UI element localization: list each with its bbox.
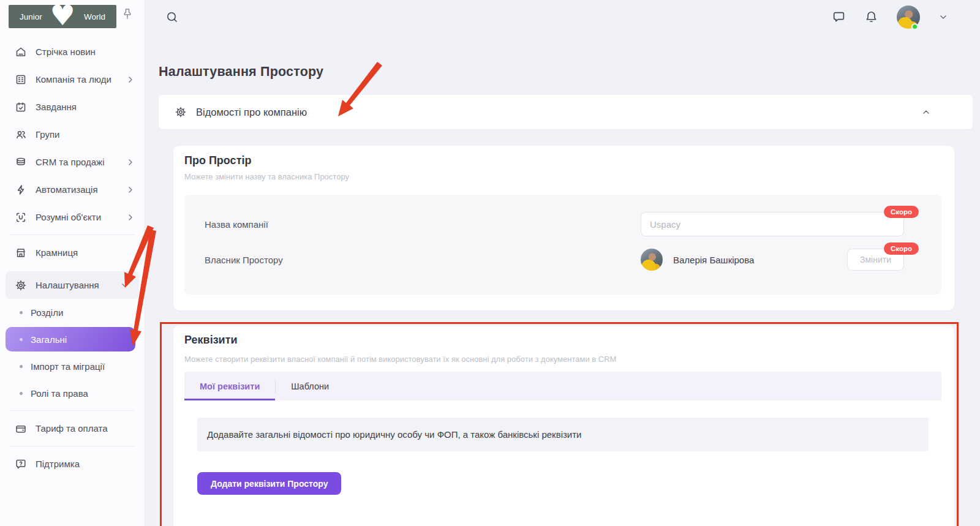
soon-badge: Скоро bbox=[884, 206, 919, 218]
topbar-actions bbox=[832, 6, 948, 29]
card-title: Реквізити bbox=[184, 334, 238, 347]
sidebar-divider bbox=[10, 235, 135, 235]
about-space-card: Про Простір Можете змінити назву та влас… bbox=[173, 146, 954, 310]
crm-icon bbox=[15, 156, 27, 168]
sidebar-menu: Стрічка новин Компанія та люди Завдання … bbox=[0, 31, 145, 478]
topbar bbox=[145, 0, 980, 34]
sidebar-item-tasks[interactable]: Завдання bbox=[0, 93, 145, 121]
sidebar-item-label: Крамниця bbox=[36, 247, 78, 258]
chevron-right-icon bbox=[126, 213, 135, 222]
company-name-input[interactable] bbox=[641, 212, 904, 236]
requisites-info-text: Додавайте загальні відомості про юридичн… bbox=[207, 429, 581, 440]
soon-badge: Скоро bbox=[884, 242, 919, 255]
owner-name: Валерія Башкірова bbox=[673, 255, 754, 265]
sidebar-item-settings[interactable]: Налаштування bbox=[6, 271, 139, 299]
profile-chevron-down-icon[interactable] bbox=[938, 12, 948, 22]
collapse-chevron-up-icon[interactable] bbox=[921, 107, 931, 117]
app-window: Junior ♥ World Стрічка новин Компанія та… bbox=[0, 0, 980, 526]
bullet-icon bbox=[20, 392, 23, 395]
sidebar-item-label: Групи bbox=[36, 129, 59, 140]
support-question-icon bbox=[15, 458, 27, 470]
sidebar-item-label: Розумні об'єкти bbox=[36, 212, 101, 222]
chevron-right-icon bbox=[126, 158, 135, 167]
sidebar-item-support[interactable]: Підтримка bbox=[0, 450, 145, 478]
company-name-control: Скоро bbox=[641, 212, 922, 236]
sidebar-item-label: Налаштування bbox=[36, 280, 99, 290]
logo-text-right: World bbox=[84, 12, 105, 21]
sidebar-header: Junior ♥ World bbox=[0, 0, 145, 31]
user-avatar[interactable] bbox=[897, 6, 920, 29]
sidebar-subitem-roles-rights[interactable]: Ролі та права bbox=[0, 380, 145, 407]
automation-lightning-icon bbox=[15, 184, 27, 196]
sidebar-item-tariff-payment[interactable]: Тариф та оплата bbox=[0, 415, 145, 442]
smart-objects-icon bbox=[15, 211, 27, 224]
tab-templates[interactable]: Шаблони bbox=[276, 372, 344, 400]
bullet-icon bbox=[20, 311, 23, 314]
logo-text-left: Junior bbox=[20, 12, 42, 21]
sidebar-item-automation[interactable]: Автоматизація bbox=[0, 176, 145, 203]
company-icon bbox=[15, 73, 27, 86]
requisites-card: Реквізити Можете створити реквізити влас… bbox=[173, 325, 954, 526]
space-owner-row: Власник Простору Валерія Башкірова Зміни… bbox=[205, 246, 922, 273]
notifications-bell-icon[interactable] bbox=[864, 10, 878, 24]
sidebar-item-label: Тариф та оплата bbox=[36, 423, 108, 434]
sidebar-item-label: Підтримка bbox=[36, 459, 80, 469]
sidebar-subitem-label: Ролі та права bbox=[31, 388, 88, 399]
sidebar-item-label: Автоматизація bbox=[36, 184, 98, 195]
main-content: Налаштування Простору Відомості про комп… bbox=[145, 34, 980, 526]
chevron-right-icon bbox=[126, 186, 135, 194]
sidebar-item-groups[interactable]: Групи bbox=[0, 121, 145, 148]
heart-logo-icon: ♥ bbox=[50, 1, 75, 29]
requisites-info-banner: Додавайте загальні відомості про юридичн… bbox=[197, 418, 929, 451]
sidebar-subitem-label: Розділи bbox=[31, 307, 63, 318]
sidebar-subitem-general[interactable]: Загальні bbox=[6, 327, 135, 351]
bullet-icon bbox=[20, 365, 23, 368]
space-owner-control: Валерія Башкірова Змінити Скоро bbox=[641, 249, 922, 271]
sidebar-divider bbox=[10, 410, 135, 411]
sidebar-subitem-import-migrations[interactable]: Імпорт та міграції bbox=[0, 353, 145, 380]
owner-avatar bbox=[641, 249, 663, 271]
sidebar-item-company-people[interactable]: Компанія та люди bbox=[0, 66, 145, 93]
card-subtitle: Можете створити реквізити власної компан… bbox=[184, 355, 616, 364]
section-company-info-header[interactable]: Відомості про компанію bbox=[159, 95, 973, 129]
company-name-row: Назва компанії Скоро bbox=[205, 211, 922, 238]
sidebar-item-label: Стрічка новин bbox=[36, 47, 96, 57]
sidebar-item-smart-objects[interactable]: Розумні об'єкти bbox=[0, 203, 145, 231]
store-icon bbox=[15, 247, 27, 259]
pin-sidebar-icon[interactable] bbox=[121, 8, 134, 21]
requisites-tabbar: Мої реквізити Шаблони bbox=[184, 372, 941, 400]
page-title: Налаштування Простору bbox=[159, 64, 323, 80]
about-fields-panel: Назва компанії Скоро Власник Простору Ва… bbox=[184, 195, 941, 295]
sidebar-subitem-label: Загальні bbox=[31, 334, 67, 345]
sidebar-item-label: Завдання bbox=[36, 102, 77, 112]
workspace-logo[interactable]: Junior ♥ World bbox=[9, 5, 116, 28]
add-requisites-button[interactable]: Додати реквізити Простору bbox=[197, 472, 341, 495]
sidebar-item-news-feed[interactable]: Стрічка новин bbox=[0, 38, 145, 66]
sidebar-item-crm[interactable]: CRM та продажі bbox=[0, 148, 145, 176]
chevron-right-icon bbox=[126, 75, 135, 84]
home-icon bbox=[15, 46, 27, 58]
chat-icon[interactable] bbox=[832, 10, 846, 24]
card-subtitle: Можете змінити назву та власника Простор… bbox=[184, 172, 349, 181]
sidebar: Junior ♥ World Стрічка новин Компанія та… bbox=[0, 0, 145, 526]
chevron-down-icon bbox=[121, 281, 129, 290]
bullet-icon bbox=[20, 338, 23, 341]
sidebar-subitem-label: Імпорт та міграції bbox=[31, 361, 105, 372]
tab-my-requisites[interactable]: Мої реквізити bbox=[184, 372, 275, 400]
sidebar-divider bbox=[10, 446, 135, 446]
section-title: Відомості про компанію bbox=[196, 107, 307, 118]
sidebar-item-label: CRM та продажі bbox=[36, 157, 104, 167]
groups-icon bbox=[15, 129, 27, 141]
wallet-icon bbox=[15, 423, 27, 435]
company-name-label: Назва компанії bbox=[205, 219, 268, 230]
card-title: Про Простір bbox=[184, 154, 251, 167]
sidebar-subitem-sections[interactable]: Розділи bbox=[0, 299, 145, 326]
sidebar-item-label: Компанія та люди bbox=[36, 74, 111, 85]
sidebar-item-store[interactable]: Крамниця bbox=[0, 239, 145, 266]
gear-icon bbox=[15, 279, 27, 291]
search-icon[interactable] bbox=[165, 10, 179, 24]
online-status-dot bbox=[911, 23, 918, 30]
tasks-calendar-icon bbox=[15, 101, 27, 113]
space-owner-label: Власник Простору bbox=[205, 255, 283, 265]
gear-icon bbox=[175, 106, 187, 118]
